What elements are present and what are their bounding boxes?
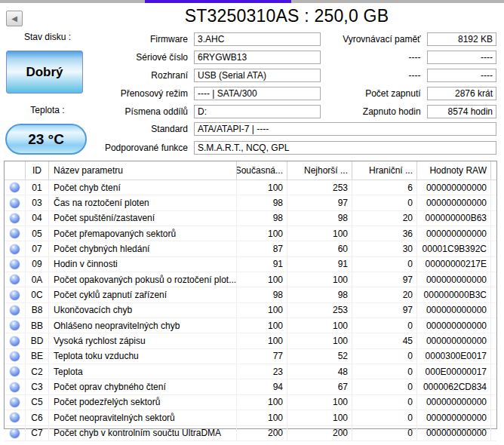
cell-threshold-value: 0	[352, 364, 416, 379]
status-orb-icon	[10, 259, 20, 269]
cell-id: 0A	[25, 272, 48, 287]
info-field-value[interactable]: 2876 krát	[427, 87, 496, 100]
table-row[interactable]: 04 Počet spuštění/zastavení 98 98 20 000…	[5, 211, 496, 226]
table-row[interactable]: 03 Čas na roztočení ploten 98 97 0 00000…	[5, 195, 496, 210]
info-field-label: Sériové číslo	[0, 51, 191, 64]
table-body: 01 Počet chyb čtení 100 253 6 0000000000…	[5, 180, 496, 441]
top-loading-bar	[0, 0, 504, 3]
table-row[interactable]: C7 Počet chyb v kontrolním součtu UltraD…	[5, 426, 496, 441]
info-field-value[interactable]: 8574 hodin	[427, 105, 496, 118]
cell-raw-value: 000000000000	[416, 333, 490, 348]
cell-raw-value: 000000000000	[416, 303, 490, 318]
row-icon-cell	[5, 426, 25, 440]
cell-threshold-value: 97	[352, 272, 416, 287]
status-orb-icon	[10, 213, 20, 223]
row-icon-cell	[5, 272, 25, 287]
info-field-label: Vyrovnávací paměť	[324, 32, 424, 46]
table-row[interactable]: 0C Počet cyklů zapnutí zařízení 98 98 20…	[5, 287, 496, 302]
cell-raw-value: 000000000000	[416, 180, 490, 195]
header-id[interactable]: ID	[25, 161, 48, 180]
cell-current-value: 94	[236, 379, 287, 394]
drive-info-left-column: Firmware 3.AHC Sériové číslo 6RYGWB13 Ro…	[0, 32, 321, 123]
status-orb-icon	[10, 244, 20, 254]
info-field-value[interactable]: ATA/ATAPI-7 | ----	[194, 122, 496, 136]
cell-threshold-value: 0	[352, 395, 416, 410]
header-spare-column	[490, 161, 496, 180]
info-field-value[interactable]: USB (Serial ATA)	[194, 69, 321, 82]
cell-threshold-value: 36	[352, 226, 416, 241]
cell-current-value: 100	[236, 303, 287, 318]
info-field-value[interactable]: 8192 KB	[427, 32, 496, 46]
row-icon-cell	[5, 241, 25, 256]
cell-worst-value: 97	[287, 195, 352, 210]
row-icon-cell	[5, 180, 25, 195]
table-row[interactable]: BB Ohlášeno neopravitelných chyb 100 100…	[5, 318, 496, 333]
cell-parameter-name: Počet oprav chybného čtení	[48, 379, 236, 394]
cell-current-value: 100	[236, 333, 287, 348]
header-raw-values[interactable]: Hodnoty RAW	[416, 161, 490, 180]
info-field-value[interactable]: ----	[427, 51, 496, 64]
row-icon-cell	[5, 410, 25, 425]
info-field-value[interactable]: D:	[194, 105, 321, 118]
table-row[interactable]: 07 Počet chybných hledání 87 60 30 00001…	[5, 241, 496, 256]
cell-worst-value: 60	[287, 241, 352, 256]
table-row[interactable]: BD Vysoká rychlost zápisu 100 100 45 000…	[5, 333, 496, 348]
cell-threshold-value: 30	[352, 241, 416, 256]
info-field-value[interactable]: 3.AHC	[194, 32, 321, 46]
info-field-label: Standard	[0, 122, 191, 136]
status-orb-icon	[10, 413, 20, 422]
table-row[interactable]: C6 Počet neopravitelných sektorů 100 100…	[5, 410, 496, 425]
header-parameter-name[interactable]: Název parametru	[48, 161, 236, 180]
info-field-label: Rozhraní	[0, 69, 191, 82]
cell-parameter-name: Čas na roztočení ploten	[48, 195, 236, 210]
cell-raw-value: 000000000000	[416, 226, 490, 241]
table-row[interactable]: BE Teplota toku vzduchu 77 52 0 0000300E…	[5, 349, 496, 364]
info-field-label: Podporované funkce	[0, 141, 191, 155]
row-icon-cell	[5, 303, 25, 318]
cell-id: 04	[25, 211, 48, 226]
info-field-value[interactable]: ----	[427, 69, 496, 82]
cell-id: BE	[25, 349, 48, 364]
info-field-value[interactable]: ---- | SATA/300	[194, 87, 321, 100]
table-row[interactable]: 09 Hodin v činnosti 91 91 0 00000000217E	[5, 257, 496, 272]
header-worst-value[interactable]: Nejhorší ...	[287, 161, 352, 180]
table-row[interactable]: C3 Počet oprav chybného čtení 94 67 0 00…	[5, 379, 496, 394]
cell-spare	[490, 211, 496, 226]
status-orb-icon	[10, 198, 20, 208]
row-icon-cell	[5, 395, 25, 410]
cell-id: 05	[25, 226, 48, 241]
table-row[interactable]: 0A Počet opakovaných pokusů o roztočení …	[5, 272, 496, 287]
cell-current-value: 98	[236, 287, 287, 302]
cell-worst-value: 91	[287, 257, 352, 272]
cell-threshold-value: 0	[352, 349, 416, 364]
table-row[interactable]: 01 Počet chyb čtení 100 253 6 0000000000…	[5, 180, 496, 195]
info-field-label: Firmware	[0, 32, 191, 46]
cell-id: BD	[25, 333, 48, 348]
table-row[interactable]: C5 Počet podezřelých sektorů 100 100 0 0…	[5, 395, 496, 410]
info-field-value[interactable]: 6RYGWB13	[194, 51, 321, 64]
back-button[interactable]: ◀	[6, 11, 23, 26]
cell-spare	[490, 426, 496, 440]
cell-parameter-name: Počet cyklů zapnutí zařízení	[48, 287, 236, 302]
table-row[interactable]: B8 Ukončovacích chyb 100 253 97 00000000…	[5, 303, 496, 318]
header-current-value[interactable]: Současná...	[236, 161, 287, 180]
cell-worst-value: 67	[287, 379, 352, 394]
cell-threshold-value: 0	[352, 257, 416, 272]
info-field-value[interactable]: S.M.A.R.T., NCQ, GPL	[194, 141, 496, 155]
cell-spare	[490, 257, 496, 272]
cell-parameter-name: Počet neopravitelných sektorů	[48, 410, 236, 425]
cell-parameter-name: Počet opakovaných pokusů o roztočení plo…	[48, 272, 236, 287]
cell-parameter-name: Počet přemapovaných sektorů	[48, 226, 236, 241]
cell-raw-value: 000000000000	[416, 318, 490, 333]
status-orb-icon	[10, 305, 20, 315]
header-threshold-value[interactable]: Hraniční ...	[352, 161, 416, 180]
cell-worst-value: 100	[287, 395, 352, 410]
table-row[interactable]: 05 Počet přemapovaných sektorů 100 100 3…	[5, 226, 496, 241]
status-orb-icon	[10, 229, 20, 238]
cell-id: BB	[25, 318, 48, 333]
table-row[interactable]: C2 Teplota 23 48 0 000E00000017	[5, 364, 496, 379]
cell-spare	[490, 333, 496, 348]
cell-spare	[490, 195, 496, 210]
cell-id: B8	[25, 303, 48, 318]
cell-current-value: 100	[236, 410, 287, 425]
